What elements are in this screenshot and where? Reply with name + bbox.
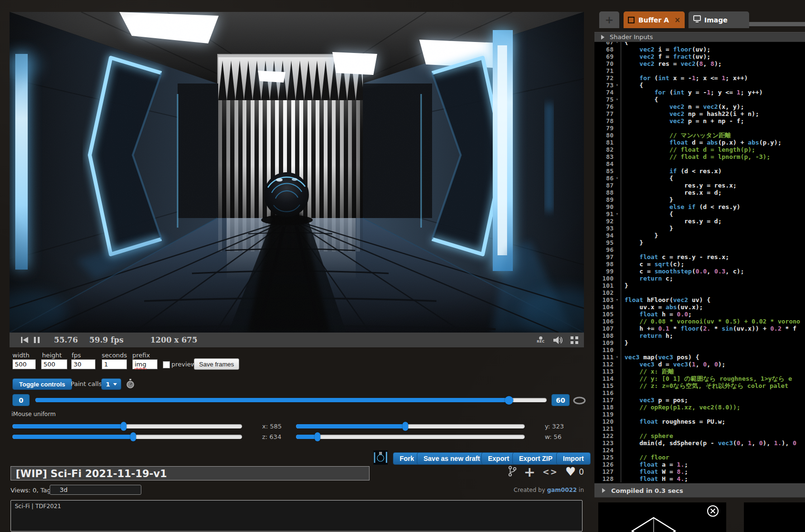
code-line: 102 [594, 289, 805, 296]
code-line: 104 uv.x = abs(uv.x); [594, 303, 805, 311]
shader-inputs-bar[interactable]: Shader Inputs [594, 32, 805, 42]
timeline-thumb[interactable] [505, 396, 513, 405]
code-line: 103▾float hFloor(vec2 uv) { [594, 296, 805, 303]
created-by-line: Created by gam0022 in [430, 487, 584, 493]
shader-canvas[interactable] [10, 12, 584, 333]
code-line: 127 float W = 8.; [594, 468, 805, 475]
code-line: 98 c = sqrt(c); [594, 261, 805, 268]
tab-strip [749, 22, 805, 26]
code-line: 99 c = smoothstep(0.0, 0.3, c); [594, 268, 805, 275]
code-line: 123 dmin(d, sdSphere(p - vec3(0, 1, 0), … [594, 439, 805, 447]
imouse-z-slider[interactable] [12, 432, 242, 441]
pause-icon[interactable] [34, 337, 40, 343]
shader-render-scene [10, 12, 584, 333]
close-circle-icon[interactable] [706, 504, 720, 518]
code-line: 122 // sphere [594, 432, 805, 439]
seconds-input[interactable]: 1 [102, 359, 127, 369]
code-line: 75▾ { [594, 96, 805, 103]
code-line: 128 float H = 4.; [594, 475, 805, 482]
player-resolution: 1200 x 675 [150, 335, 198, 344]
imouse-z-thumb[interactable] [130, 432, 136, 441]
save-as-new-draft-button[interactable]: Save as new draft [417, 452, 487, 465]
timeline-fill [35, 398, 509, 402]
code-line: 67▾{ [594, 42, 805, 46]
imouse-x-slider[interactable] [12, 422, 242, 431]
shadertoy-export-app: { "colors": { "accent_blue": "#1d6fae", … [0, 0, 805, 532]
record-dot-icon [539, 336, 542, 340]
code-line: 114 // y: [0 1] の範囲なら roughness, 1>yなら e [594, 375, 805, 382]
description-textarea[interactable]: Sci-Fi | TDF2021 [11, 500, 583, 532]
width-label: width [12, 352, 30, 359]
imouse-x-thumb[interactable] [121, 422, 127, 431]
code-line: 92 res.y = d; [594, 218, 805, 225]
code-lines: 67▾{68 vec2 i = floor(uv);69 vec2 f = fr… [594, 42, 805, 482]
texture-preview-panel-2[interactable] [744, 502, 805, 532]
code-line: 80 // マンハッタン距離 [594, 132, 805, 139]
imouse-z-value: z: 634 [262, 432, 281, 441]
rewind-icon[interactable] [21, 337, 28, 343]
texture-preview-panel[interactable] [598, 502, 726, 532]
seconds-label: seconds [102, 352, 127, 359]
code-embed-icon[interactable]: <> [542, 467, 558, 477]
like-count: 0 [579, 467, 584, 477]
prefix-input[interactable]: img [132, 359, 158, 369]
monitor-icon [693, 15, 701, 24]
chevron-down-icon [113, 383, 117, 386]
imouse-y-thumb[interactable] [402, 422, 408, 431]
code-line: 118 // opRep(p1.xz, vec2(8.0)); [594, 404, 805, 411]
height-input[interactable]: 500 [41, 359, 67, 369]
code-editor[interactable]: 67▾{68 vec2 i = floor(uv);69 vec2 f = fr… [594, 42, 805, 483]
stopwatch-icon[interactable] [126, 379, 135, 388]
export-zip-button[interactable]: Export ZIP [512, 452, 559, 465]
title-input[interactable]: [WIP] Sci-Fi 2021-11-19-v1 [11, 466, 370, 480]
fork-branch-icon[interactable] [508, 466, 517, 479]
preview-checkbox[interactable] [163, 361, 170, 368]
fps-label: fps [72, 352, 81, 359]
volume-icon[interactable] [553, 336, 563, 344]
imouse-w-thumb[interactable] [315, 432, 320, 441]
code-line: 82 // float d = length(p); [594, 146, 805, 153]
preview-label: preview [171, 361, 196, 368]
player-fps: 59.9 fps [89, 335, 124, 344]
imouse-w-slider[interactable] [296, 432, 525, 441]
tab-buffer-a[interactable]: Buffer A × [624, 11, 685, 28]
code-line: 100 return c; [594, 275, 805, 282]
code-line: 108 return h; [594, 332, 805, 339]
code-line: 117 vec3 p = pos; [594, 396, 805, 404]
plus-icon[interactable]: + [524, 467, 535, 477]
fps-input[interactable]: 30 [71, 359, 95, 369]
add-tab-button[interactable]: + [599, 11, 619, 28]
imouse-y-slider[interactable] [296, 422, 525, 431]
code-line: 96 [594, 246, 805, 253]
loop-icon[interactable] [573, 396, 586, 405]
width-input[interactable]: 500 [12, 359, 36, 369]
code-line: 97 float c = res.y - res.x; [594, 253, 805, 261]
toggle-controls-button[interactable]: Toggle controls [12, 378, 72, 390]
player-time: 55.76 [54, 335, 78, 344]
import-button[interactable]: Import [556, 452, 591, 465]
tags-input[interactable]: 3d [50, 485, 141, 495]
close-tab-icon[interactable]: × [674, 16, 680, 24]
timeline-end-box[interactable]: 60 [551, 394, 570, 406]
fullscreen-icon[interactable] [571, 336, 578, 344]
heart-icon: ♥ [565, 467, 576, 477]
timeline-start-box[interactable]: 0 [12, 394, 30, 406]
like-button[interactable]: ♥ 0 [565, 467, 584, 477]
code-line: 77 vec2 np = hash22(i + n); [594, 110, 805, 117]
record-button[interactable]: REC [537, 336, 545, 344]
code-line: 78 vec2 p = n + np - f; [594, 117, 805, 125]
code-line: 126 float a = 1.; [594, 461, 805, 468]
tab-image[interactable]: Image [688, 11, 749, 28]
save-frames-button[interactable]: Save frames [194, 358, 239, 370]
code-line: 87 res.y = res.x; [594, 182, 805, 189]
code-line: 116 [594, 389, 805, 396]
author-link[interactable]: gam0022 [547, 487, 577, 493]
export-button[interactable]: Export [481, 452, 516, 465]
code-line: 70 vec2 res = vec2(8, 8); [594, 60, 805, 67]
code-line: 109} [594, 339, 805, 346]
timeline-slider[interactable] [35, 396, 547, 405]
height-label: height [42, 352, 62, 359]
compiled-status-bar[interactable]: Compiled in 0.3 secs [594, 483, 805, 498]
code-line: 111▾vec3 map(vec3 pos) { [594, 354, 805, 361]
paint-calls-select[interactable]: 1 [101, 378, 121, 390]
